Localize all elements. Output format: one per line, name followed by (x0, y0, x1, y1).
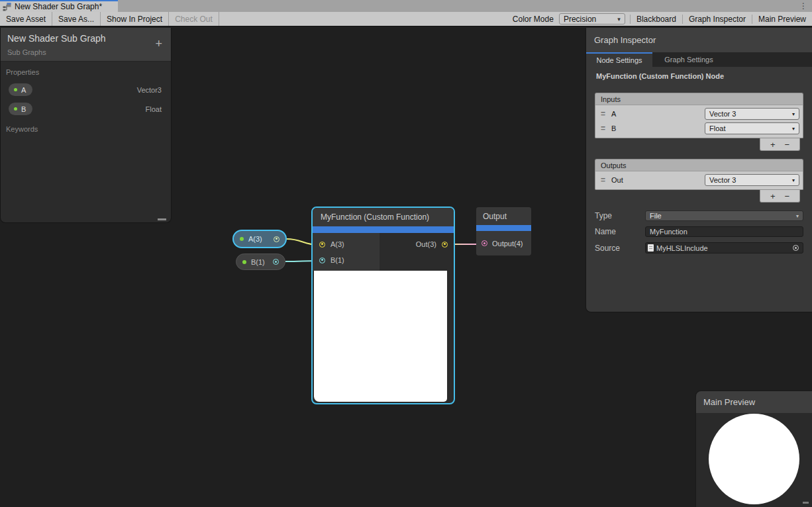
blackboard-subtitle: Sub Graphs (7, 48, 164, 56)
blackboard-resize-handle[interactable] (158, 218, 166, 220)
inputs-row-b-name: B (611, 124, 616, 132)
inspector-node-title: MyFunction (Custom Function) Node (596, 72, 803, 80)
shader-graph-window: New Shader Sub Graph* ⋮ Save Asset Save … (0, 0, 812, 507)
exposed-property-dot (14, 88, 17, 91)
document-tab-title: New Shader Sub Graph* (15, 2, 102, 11)
property-a-output-port[interactable] (274, 236, 279, 242)
property-a-pill[interactable]: A (9, 83, 32, 96)
inputs-row-a[interactable]: = A Vector 3 ▾ (595, 107, 803, 121)
outputs-list-header: Outputs (595, 159, 803, 171)
function-settings: Type File ▾ Name MyFunction Source (595, 210, 803, 254)
chevron-down-icon: ▾ (792, 177, 795, 183)
outputs-list-footer: + − (595, 190, 800, 203)
outputs-list: Outputs = Out Vector 3 ▾ + − (595, 159, 803, 203)
output-node-input-port[interactable] (482, 240, 487, 246)
inputs-list: Inputs = A Vector 3 ▾ = B Flo (595, 93, 803, 151)
kebab-menu-icon[interactable]: ⋮ (799, 1, 807, 11)
node-preview (314, 271, 447, 402)
output-node-port-label: Output(4) (492, 240, 523, 248)
node-precision-strip (313, 226, 454, 233)
check-out-button: Check Out (169, 12, 219, 26)
inputs-row-b-type-dropdown[interactable]: Float ▾ (705, 122, 799, 134)
graph-inspector-title: Graph Inspector (586, 28, 812, 52)
property-node-b-label: B(1) (251, 258, 265, 266)
shader-graph-asset-icon (3, 3, 11, 11)
drag-handle-icon[interactable]: = (601, 125, 605, 132)
input-port-a-label: A(3) (330, 240, 344, 248)
input-port-a[interactable] (319, 242, 325, 248)
inputs-list-rows: = A Vector 3 ▾ = B Float ▾ (595, 105, 803, 138)
graph-inspector-toggle-button[interactable]: Graph Inspector (682, 15, 752, 24)
properties-section-label: Properties (6, 68, 171, 76)
property-b-name: B (21, 105, 26, 113)
remove-input-button[interactable]: − (785, 140, 790, 149)
blackboard-property-a[interactable]: A Vector3 (1, 80, 171, 99)
save-as-button[interactable]: Save As... (52, 12, 101, 26)
outputs-list-rows: = Out Vector 3 ▾ (595, 171, 803, 190)
object-picker-button[interactable] (789, 243, 803, 253)
custom-function-node-title[interactable]: MyFunction (Custom Function) (313, 208, 454, 226)
outputs-row-out-type-dropdown[interactable]: Vector 3 ▾ (705, 174, 799, 186)
type-label: Type (595, 211, 645, 220)
object-picker-icon (793, 245, 799, 251)
inputs-row-a-type-value: Vector 3 (709, 110, 736, 118)
property-b-pill[interactable]: B (9, 103, 32, 115)
output-node[interactable]: Output Output(4) (476, 207, 531, 255)
custom-function-node[interactable]: MyFunction (Custom Function) A(3) B(1) O… (311, 207, 455, 404)
drag-handle-icon[interactable]: = (601, 177, 605, 183)
inputs-row-b[interactable]: = B Float ▾ (595, 121, 803, 136)
output-port-label: Out(3) (416, 240, 436, 248)
source-value: MyHLSLInclude (656, 244, 789, 252)
blackboard-toggle-button[interactable]: Blackboard (630, 15, 682, 24)
blackboard-title: New Shader Sub Graph (7, 33, 164, 44)
tab-node-settings[interactable]: Node Settings (586, 52, 652, 67)
blackboard-property-b[interactable]: B Float (1, 99, 171, 118)
outputs-row-out[interactable]: = Out Vector 3 ▾ (595, 173, 803, 187)
input-port-b[interactable] (319, 257, 325, 263)
type-dropdown[interactable]: File ▾ (645, 210, 803, 221)
color-mode-dropdown[interactable]: Precision ▾ (559, 13, 625, 24)
add-output-button[interactable]: + (770, 192, 776, 201)
inputs-row-a-type-dropdown[interactable]: Vector 3 ▾ (705, 108, 799, 120)
outputs-row-out-name: Out (611, 176, 623, 184)
output-node-port-row: Output(4) (476, 231, 531, 255)
save-asset-button[interactable]: Save Asset (0, 12, 52, 26)
file-icon (648, 244, 654, 252)
drag-handle-icon[interactable]: = (601, 111, 605, 117)
blackboard-panel: New Shader Sub Graph Sub Graphs + Proper… (0, 28, 172, 223)
toolbar-right-group: Color Mode Precision ▾ Blackboard Graph … (507, 12, 812, 26)
inspector-tabs: Node Settings Graph Settings (586, 52, 812, 67)
main-preview-resize-handle[interactable] (803, 502, 809, 504)
property-node-b[interactable]: B(1) (236, 254, 285, 270)
chevron-down-icon: ▾ (617, 16, 621, 23)
property-node-a[interactable]: A(3) (232, 230, 287, 248)
show-in-project-button[interactable]: Show In Project (101, 12, 169, 26)
output-port-out[interactable] (442, 242, 448, 248)
inputs-list-header: Inputs (595, 93, 803, 105)
node-output-ports: Out(3) (380, 233, 454, 271)
add-property-button[interactable]: + (155, 38, 162, 50)
outputs-row-out-type-value: Vector 3 (709, 176, 736, 184)
output-node-title[interactable]: Output (476, 207, 531, 225)
document-tab[interactable]: New Shader Sub Graph* (0, 0, 118, 12)
remove-output-button[interactable]: − (785, 192, 790, 201)
node-ports-area: A(3) B(1) Out(3) (313, 233, 454, 271)
main-preview-toggle-button[interactable]: Main Preview (752, 15, 812, 24)
property-b-output-port[interactable] (273, 259, 279, 265)
type-field-row: Type File ▾ (595, 210, 803, 221)
name-label: Name (595, 227, 645, 236)
graph-inspector-panel: Graph Inspector Node Settings Graph Sett… (585, 28, 812, 312)
document-tab-strip: New Shader Sub Graph* ⋮ (0, 0, 812, 12)
name-field-row: Name MyFunction (595, 226, 803, 237)
property-node-a-label: A(3) (248, 235, 262, 243)
main-preview-title: Main Preview (696, 391, 812, 413)
tab-graph-settings[interactable]: Graph Settings (652, 52, 725, 67)
main-preview-body[interactable] (696, 413, 812, 507)
node-input-ports: A(3) B(1) (313, 233, 380, 271)
property-a-name: A (21, 86, 26, 94)
chevron-down-icon: ▾ (796, 213, 799, 219)
source-object-field[interactable]: MyHLSLInclude (645, 242, 803, 254)
main-preview-panel: Main Preview (695, 391, 812, 507)
add-input-button[interactable]: + (770, 140, 776, 149)
name-input[interactable]: MyFunction (645, 226, 803, 237)
